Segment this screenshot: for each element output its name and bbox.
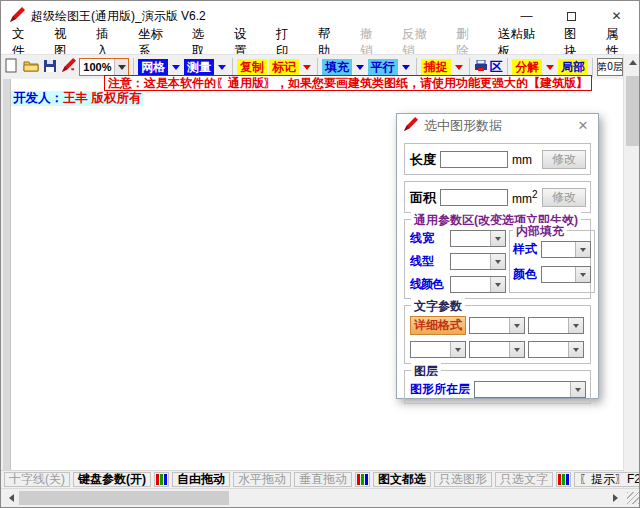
zoom-combo[interactable]: 100% [79,58,129,76]
menu-bar: 文件 视图 插入 坐标系 选取 设置 打印 帮助 撤销 反撤销 删除 送粘贴板 … [1,31,639,54]
status-select-both-toggle[interactable]: 图文都选 [373,472,431,487]
line-color-dropdown[interactable] [450,276,506,293]
fill-style-dropdown[interactable] [541,241,591,258]
scroll-left-button[interactable] [3,489,19,507]
dialog-close-button[interactable]: ✕ [574,118,592,133]
line-type-dropdown[interactable] [450,253,506,270]
menu-file[interactable]: 文件 [3,32,45,53]
menu-coordinate[interactable]: 坐标系 [129,32,183,53]
menu-select[interactable]: 选取 [183,32,225,53]
status-keyboard-params-toggle[interactable]: 键盘参数(开) [73,472,151,487]
vertical-scrollbar[interactable] [623,54,640,488]
fill-color-dropdown[interactable] [541,266,591,283]
copy-button[interactable]: 复制 [237,59,267,76]
fill-style-label: 样式 [513,241,541,258]
scroll-up-button[interactable] [624,54,640,71]
inner-fill-title: 内部填充 [513,223,567,240]
mark-dropdown-button[interactable] [301,59,313,76]
text-option1-dropdown[interactable] [410,341,466,358]
fill-color-label: 颜色 [513,266,541,283]
layer-group: 图层 图形所在层 [404,370,591,404]
status-select-shapes-toggle[interactable]: 只选图形 [434,472,492,487]
menu-settings[interactable]: 设置 [225,32,267,53]
menu-send-clipboard[interactable]: 送粘贴板 [489,32,555,53]
dialog-title: 选中图形数据 [424,117,502,135]
area-modify-button[interactable]: 修改 [542,188,586,207]
length-unit: mm [512,153,538,167]
chevron-down-icon [356,65,364,70]
parallel-button[interactable]: 平行 [368,59,398,76]
status-vertical-drag-toggle[interactable]: 垂直拖动 [294,472,352,487]
layer-indicator[interactable]: 第0层 [597,58,623,76]
grid-button[interactable]: 网格 [138,59,168,76]
text-option3-dropdown[interactable] [528,341,584,358]
fill-button[interactable]: 填充 [322,59,352,76]
chevron-down-icon [455,65,463,70]
color-bars-icon [556,472,571,487]
left-panel-strip [1,79,11,470]
menu-properties[interactable]: 属性 [597,32,639,53]
menu-view[interactable]: 视图 [45,32,87,53]
open-file-button[interactable] [22,57,39,77]
dialog-title-bar[interactable]: 选中图形数据 ✕ [397,114,598,137]
font-size-dropdown[interactable] [528,317,584,334]
menu-help[interactable]: 帮助 [309,32,351,53]
print-region-button[interactable]: 区 [473,58,503,76]
line-width-label: 线宽 [410,230,450,247]
partial-button[interactable]: 局部 [558,59,588,76]
area-label: 面积 [410,189,436,207]
measure-dropdown-button[interactable] [216,59,228,76]
line-width-dropdown[interactable] [450,230,506,247]
chevron-down-icon [218,65,226,70]
maximize-icon [567,12,576,21]
layer-group-title: 图层 [411,363,441,380]
status-horizontal-drag-toggle[interactable]: 水平拖动 [233,472,291,487]
horizontal-scrollbar[interactable] [1,488,640,507]
menu-undo[interactable]: 撤销 [351,32,393,53]
length-input[interactable] [440,151,508,168]
scroll-right-button[interactable] [607,489,623,507]
zoom-dropdown-button[interactable] [114,59,128,75]
explode-dropdown-button[interactable] [544,59,556,76]
menu-print[interactable]: 打印 [267,32,309,53]
chevron-down-icon [573,348,579,352]
horizontal-scroll-thumb[interactable] [19,491,229,505]
chevron-up-icon [629,60,637,65]
menu-delete[interactable]: 删除 [447,32,489,53]
area-input[interactable] [440,189,508,206]
snap-button[interactable]: 捕捉 [421,59,451,76]
shape-layer-dropdown[interactable] [474,381,586,398]
status-free-drag-toggle[interactable]: 自由拖动 [172,472,230,487]
line-color-label: 线颜色 [410,276,450,293]
font-dropdown[interactable] [469,317,525,334]
resize-grip[interactable] [627,492,639,504]
length-group: 长度 mm 修改 [404,143,591,175]
explode-button[interactable]: 分解 [512,59,542,76]
text-params-group: 文字参数 详细格式 [404,305,591,364]
parallel-dropdown-button[interactable] [400,59,412,76]
detail-format-button[interactable]: 详细格式 [410,316,466,335]
status-select-text-toggle[interactable]: 只选文字 [495,472,553,487]
length-modify-button[interactable]: 修改 [542,150,586,169]
snap-dropdown-button[interactable] [453,59,465,76]
measure-button[interactable]: 测量 [184,59,214,76]
common-params-group: 通用参数区(改变选项立即生效) 线宽 线型 线颜色 [404,219,591,299]
grid-dropdown-button[interactable] [170,59,182,76]
menu-redo[interactable]: 反撤销 [393,32,447,53]
fill-dropdown-button[interactable] [354,59,366,76]
vertical-scroll-thumb[interactable] [626,76,640,146]
chevron-down-icon [495,283,501,287]
chevron-down-icon [303,65,311,70]
status-crosshair-toggle[interactable]: 十字线(关) [4,472,70,487]
mark-button[interactable]: 标记 [269,59,299,76]
dialog-pen-icon [403,117,418,135]
paint-button[interactable] [60,57,77,77]
save-button[interactable] [41,57,58,77]
menu-block[interactable]: 图块 [555,32,597,53]
chevron-down-icon [575,388,581,392]
developer-credit: 开发人：王丰 版权所有 [11,91,143,106]
chevron-down-icon [455,348,461,352]
text-option2-dropdown[interactable] [469,341,525,358]
new-file-button[interactable] [3,57,20,77]
menu-insert[interactable]: 插入 [87,32,129,53]
